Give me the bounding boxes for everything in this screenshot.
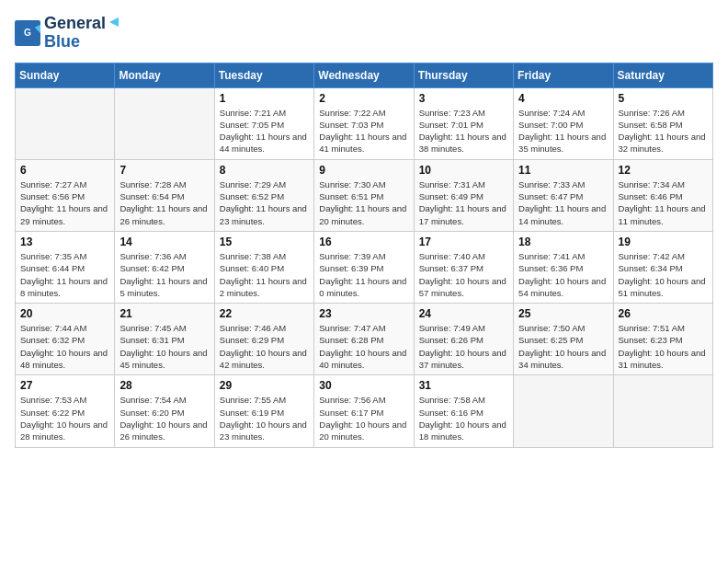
day-info: Sunrise: 7:42 AM Sunset: 6:34 PM Dayligh… <box>619 250 708 299</box>
day-info: Sunrise: 7:54 AM Sunset: 6:20 PM Dayligh… <box>119 394 209 442</box>
day-number: 24 <box>419 307 508 320</box>
logo-icon: G <box>15 20 40 46</box>
day-number: 29 <box>220 379 309 392</box>
calendar-cell: 7Sunrise: 7:28 AM Sunset: 6:54 PM Daylig… <box>115 159 214 231</box>
day-info: Sunrise: 7:47 AM Sunset: 6:28 PM Dayligh… <box>319 322 408 371</box>
day-number: 10 <box>419 164 508 177</box>
logo-blue: Blue <box>44 33 120 52</box>
calendar-cell: 29Sunrise: 7:55 AM Sunset: 6:19 PM Dayli… <box>214 375 313 447</box>
day-info: Sunrise: 7:28 AM Sunset: 6:54 PM Dayligh… <box>119 178 209 227</box>
svg-text:G: G <box>24 28 31 38</box>
day-number: 27 <box>20 379 109 392</box>
calendar-cell: 5Sunrise: 7:26 AM Sunset: 6:58 PM Daylig… <box>613 87 712 159</box>
calendar-week-2: 6Sunrise: 7:27 AM Sunset: 6:56 PM Daylig… <box>16 159 713 231</box>
weekday-row: SundayMondayTuesdayWednesdayThursdayFrid… <box>16 63 713 87</box>
weekday-header-tuesday: Tuesday <box>214 63 313 87</box>
day-number: 12 <box>619 164 708 177</box>
day-number: 6 <box>20 164 109 177</box>
calendar-cell: 14Sunrise: 7:36 AM Sunset: 6:42 PM Dayli… <box>115 231 214 303</box>
page-header: G General Blue <box>15 15 713 52</box>
calendar-cell: 10Sunrise: 7:31 AM Sunset: 6:49 PM Dayli… <box>414 159 513 231</box>
calendar-cell: 21Sunrise: 7:45 AM Sunset: 6:31 PM Dayli… <box>115 304 214 375</box>
day-number: 16 <box>319 236 408 248</box>
calendar-cell: 25Sunrise: 7:50 AM Sunset: 6:25 PM Dayli… <box>514 304 613 375</box>
day-info: Sunrise: 7:33 AM Sunset: 6:47 PM Dayligh… <box>518 178 608 227</box>
day-info: Sunrise: 7:39 AM Sunset: 6:39 PM Dayligh… <box>319 250 408 299</box>
day-number: 8 <box>220 164 309 177</box>
day-number: 7 <box>119 164 209 177</box>
day-info: Sunrise: 7:24 AM Sunset: 7:00 PM Dayligh… <box>518 107 608 155</box>
calendar-cell: 27Sunrise: 7:53 AM Sunset: 6:22 PM Dayli… <box>16 375 115 447</box>
calendar-cell: 12Sunrise: 7:34 AM Sunset: 6:46 PM Dayli… <box>613 159 712 231</box>
calendar-cell: 6Sunrise: 7:27 AM Sunset: 6:56 PM Daylig… <box>16 159 115 231</box>
weekday-header-thursday: Thursday <box>414 63 513 87</box>
calendar-cell: 23Sunrise: 7:47 AM Sunset: 6:28 PM Dayli… <box>314 304 414 375</box>
day-info: Sunrise: 7:46 AM Sunset: 6:29 PM Dayligh… <box>220 322 309 371</box>
calendar-cell: 15Sunrise: 7:38 AM Sunset: 6:40 PM Dayli… <box>214 231 313 303</box>
day-number: 20 <box>20 307 109 320</box>
day-info: Sunrise: 7:23 AM Sunset: 7:01 PM Dayligh… <box>419 107 508 155</box>
day-number: 11 <box>518 164 608 177</box>
day-number: 5 <box>619 92 708 105</box>
day-number: 23 <box>319 307 408 320</box>
calendar-body: 1Sunrise: 7:21 AM Sunset: 7:05 PM Daylig… <box>16 87 713 447</box>
day-info: Sunrise: 7:50 AM Sunset: 6:25 PM Dayligh… <box>518 322 608 371</box>
calendar-cell: 11Sunrise: 7:33 AM Sunset: 6:47 PM Dayli… <box>514 159 613 231</box>
logo: G General Blue <box>15 15 120 52</box>
day-info: Sunrise: 7:38 AM Sunset: 6:40 PM Dayligh… <box>220 250 309 299</box>
day-info: Sunrise: 7:56 AM Sunset: 6:17 PM Dayligh… <box>319 394 408 442</box>
day-number: 19 <box>619 236 708 248</box>
day-info: Sunrise: 7:22 AM Sunset: 7:03 PM Dayligh… <box>319 107 408 155</box>
calendar-cell: 18Sunrise: 7:41 AM Sunset: 6:36 PM Dayli… <box>514 231 613 303</box>
calendar-cell: 19Sunrise: 7:42 AM Sunset: 6:34 PM Dayli… <box>613 231 712 303</box>
weekday-header-friday: Friday <box>514 63 613 87</box>
weekday-header-saturday: Saturday <box>613 63 712 87</box>
day-number: 13 <box>20 236 109 248</box>
day-number: 9 <box>319 164 408 177</box>
day-number: 1 <box>220 92 309 105</box>
calendar-cell: 16Sunrise: 7:39 AM Sunset: 6:39 PM Dayli… <box>314 231 414 303</box>
calendar-table: SundayMondayTuesdayWednesdayThursdayFrid… <box>15 63 713 448</box>
day-number: 17 <box>419 236 508 248</box>
calendar-cell: 31Sunrise: 7:58 AM Sunset: 6:16 PM Dayli… <box>414 375 513 447</box>
day-number: 26 <box>619 307 708 320</box>
day-info: Sunrise: 7:21 AM Sunset: 7:05 PM Dayligh… <box>220 107 309 155</box>
day-number: 3 <box>419 92 508 105</box>
calendar-cell: 22Sunrise: 7:46 AM Sunset: 6:29 PM Dayli… <box>214 304 313 375</box>
day-info: Sunrise: 7:29 AM Sunset: 6:52 PM Dayligh… <box>220 178 309 227</box>
calendar-cell <box>613 375 712 447</box>
day-number: 21 <box>119 307 209 320</box>
calendar-cell <box>115 87 214 159</box>
day-info: Sunrise: 7:58 AM Sunset: 6:16 PM Dayligh… <box>419 394 508 442</box>
page-container: G General Blue SundayMondayTuesdayWednes… <box>15 15 713 448</box>
calendar-week-5: 27Sunrise: 7:53 AM Sunset: 6:22 PM Dayli… <box>16 375 713 447</box>
day-number: 25 <box>518 307 608 320</box>
day-number: 30 <box>319 379 408 392</box>
calendar-week-3: 13Sunrise: 7:35 AM Sunset: 6:44 PM Dayli… <box>16 231 713 303</box>
day-info: Sunrise: 7:27 AM Sunset: 6:56 PM Dayligh… <box>20 178 109 227</box>
day-number: 14 <box>119 236 209 248</box>
day-info: Sunrise: 7:36 AM Sunset: 6:42 PM Dayligh… <box>119 250 209 299</box>
svg-marker-3 <box>109 17 119 27</box>
calendar-cell: 8Sunrise: 7:29 AM Sunset: 6:52 PM Daylig… <box>214 159 313 231</box>
day-info: Sunrise: 7:40 AM Sunset: 6:37 PM Dayligh… <box>419 250 508 299</box>
day-number: 15 <box>220 236 309 248</box>
day-number: 28 <box>119 379 209 392</box>
calendar-cell: 9Sunrise: 7:30 AM Sunset: 6:51 PM Daylig… <box>314 159 414 231</box>
calendar-cell <box>514 375 613 447</box>
day-info: Sunrise: 7:53 AM Sunset: 6:22 PM Dayligh… <box>20 394 109 442</box>
day-info: Sunrise: 7:44 AM Sunset: 6:32 PM Dayligh… <box>20 322 109 371</box>
weekday-header-sunday: Sunday <box>16 63 115 87</box>
logo-arrow-icon <box>108 16 120 29</box>
calendar-cell: 4Sunrise: 7:24 AM Sunset: 7:00 PM Daylig… <box>514 87 613 159</box>
day-number: 2 <box>319 92 408 105</box>
day-info: Sunrise: 7:49 AM Sunset: 6:26 PM Dayligh… <box>419 322 508 371</box>
day-info: Sunrise: 7:45 AM Sunset: 6:31 PM Dayligh… <box>119 322 209 371</box>
calendar-cell: 24Sunrise: 7:49 AM Sunset: 6:26 PM Dayli… <box>414 304 513 375</box>
calendar-cell: 17Sunrise: 7:40 AM Sunset: 6:37 PM Dayli… <box>414 231 513 303</box>
day-info: Sunrise: 7:26 AM Sunset: 6:58 PM Dayligh… <box>619 107 708 155</box>
day-info: Sunrise: 7:51 AM Sunset: 6:23 PM Dayligh… <box>619 322 708 371</box>
calendar-cell <box>16 87 115 159</box>
logo-general: General <box>44 15 106 33</box>
calendar-cell: 13Sunrise: 7:35 AM Sunset: 6:44 PM Dayli… <box>16 231 115 303</box>
